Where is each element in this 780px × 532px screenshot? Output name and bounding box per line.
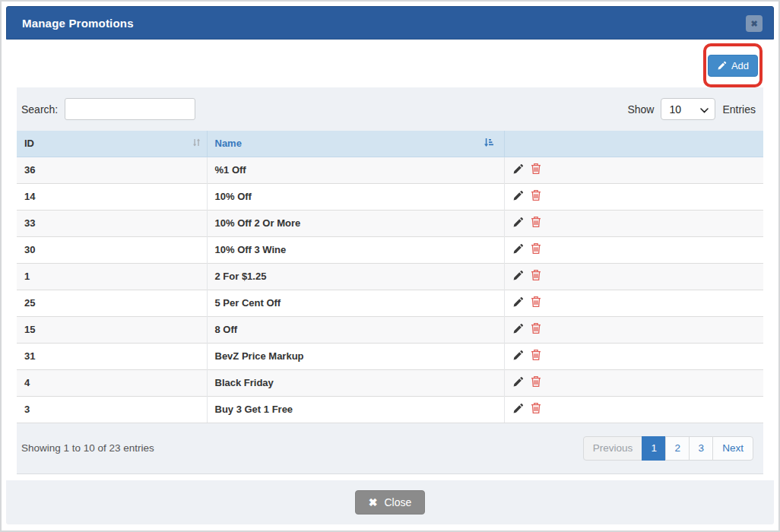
pencil-icon (512, 217, 524, 230)
trash-icon (531, 216, 541, 230)
pencil-icon (512, 323, 524, 337)
show-label: Show (627, 103, 654, 116)
delete-button[interactable] (531, 189, 541, 204)
delete-button[interactable] (531, 349, 541, 363)
pencil-icon (512, 296, 524, 310)
cell-id: 33 (17, 210, 207, 236)
cell-name: %1 Off (207, 157, 504, 183)
cell-name: 5 Per Cent Off (207, 290, 504, 316)
pencil-icon (717, 61, 727, 71)
pagination-previous[interactable]: Previous (583, 436, 643, 461)
table-header-row: ID Name (17, 131, 763, 157)
trash-icon (531, 375, 541, 390)
cell-id: 25 (17, 290, 207, 316)
table-row: 4 Black Friday (17, 369, 763, 396)
column-header-name[interactable]: Name (207, 131, 504, 157)
sort-both-icon (192, 138, 201, 149)
page-size-select[interactable]: 10 (661, 98, 715, 120)
edit-button[interactable] (512, 190, 524, 204)
pencil-icon (512, 190, 524, 204)
table-row: 3 Buy 3 Get 1 Free (17, 396, 763, 423)
pagination-page-1[interactable]: 1 (642, 436, 666, 461)
edit-button[interactable] (512, 403, 524, 416)
cell-id: 31 (17, 343, 207, 369)
pagination-next[interactable]: Next (712, 436, 753, 461)
trash-icon (531, 242, 541, 257)
sort-amount-asc-icon (484, 138, 493, 150)
pencil-icon (512, 270, 524, 283)
delete-button[interactable] (531, 375, 541, 390)
trash-icon (531, 269, 541, 283)
table-row: 1 2 For $1.25 (17, 263, 763, 290)
pencil-icon (512, 376, 524, 390)
modal-header: Manage Promotions ✖ (6, 6, 774, 40)
chevron-down-icon (700, 103, 709, 116)
edit-button[interactable] (512, 163, 524, 177)
delete-button[interactable] (531, 269, 541, 283)
edit-button[interactable] (512, 243, 524, 257)
delete-button[interactable] (531, 216, 541, 230)
cell-id: 36 (17, 157, 207, 183)
close-button[interactable]: ✖ Close (355, 490, 426, 515)
trash-icon (531, 402, 541, 416)
pagination: Previous 1 2 3 Next (583, 436, 753, 461)
cell-id: 15 (17, 316, 207, 343)
delete-button[interactable] (531, 163, 541, 177)
cell-id: 3 (17, 396, 207, 423)
column-header-id[interactable]: ID (17, 131, 207, 157)
pagination-page-2[interactable]: 2 (665, 436, 690, 461)
edit-button[interactable] (512, 376, 524, 390)
table-row: 36 %1 Off (17, 157, 763, 183)
table-footer-row: Showing 1 to 10 of 23 entries Previous 1… (17, 423, 763, 461)
entries-label: Entries (722, 103, 756, 116)
cell-name: Black Friday (207, 369, 504, 396)
page-size-value: 10 (669, 103, 681, 116)
trash-icon (531, 322, 541, 337)
delete-button[interactable] (531, 402, 541, 416)
table-row: 30 10% Off 3 Wine (17, 236, 763, 263)
edit-button[interactable] (512, 296, 524, 310)
pencil-icon (512, 403, 524, 416)
table-controls: Search: Show 10 Entries (17, 87, 763, 131)
search-label: Search: (21, 103, 58, 116)
close-button-label: Close (384, 496, 411, 508)
pagination-page-3[interactable]: 3 (689, 436, 713, 461)
delete-button[interactable] (531, 322, 541, 337)
table-row: 31 BevZ Price Markup (17, 343, 763, 369)
search-input[interactable] (65, 98, 195, 120)
x-close-icon: ✖ (369, 496, 378, 508)
entries-info: Showing 1 to 10 of 23 entries (21, 442, 154, 454)
datatable-panel: Search: Show 10 Entries ID (17, 87, 763, 474)
edit-button[interactable] (512, 350, 524, 363)
table-row: 33 10% Off 2 Or More (17, 210, 763, 236)
manage-promotions-modal: Manage Promotions ✖ Add Search: Show 10 (0, 0, 780, 532)
trash-icon (531, 296, 541, 310)
x-close-icon[interactable]: ✖ (746, 15, 763, 32)
edit-button[interactable] (512, 217, 524, 230)
pencil-icon (512, 350, 524, 363)
cell-name: 10% Off (207, 183, 504, 210)
modal-title: Manage Promotions (7, 17, 134, 30)
cell-id: 1 (17, 263, 207, 290)
column-header-actions (504, 131, 763, 157)
trash-icon (531, 349, 541, 363)
cell-name: BevZ Price Markup (207, 343, 504, 369)
delete-button[interactable] (531, 242, 541, 257)
pencil-icon (512, 243, 524, 257)
edit-button[interactable] (512, 270, 524, 283)
add-button-label: Add (731, 60, 749, 71)
red-highlight-annotation: Add (703, 43, 763, 87)
edit-button[interactable] (512, 323, 524, 337)
promotions-table: ID Name 36 %1 Off (17, 131, 763, 423)
cell-id: 14 (17, 183, 207, 210)
table-body: 36 %1 Off (17, 157, 763, 423)
add-button[interactable]: Add (708, 55, 758, 77)
cell-name: 8 Off (207, 316, 504, 343)
cell-name: 10% Off 2 Or More (207, 210, 504, 236)
cell-name: Buy 3 Get 1 Free (207, 396, 504, 423)
cell-name: 2 For $1.25 (207, 263, 504, 290)
pencil-icon (512, 163, 524, 177)
cell-id: 30 (17, 236, 207, 263)
table-row: 15 8 Off (17, 316, 763, 343)
delete-button[interactable] (531, 296, 541, 310)
